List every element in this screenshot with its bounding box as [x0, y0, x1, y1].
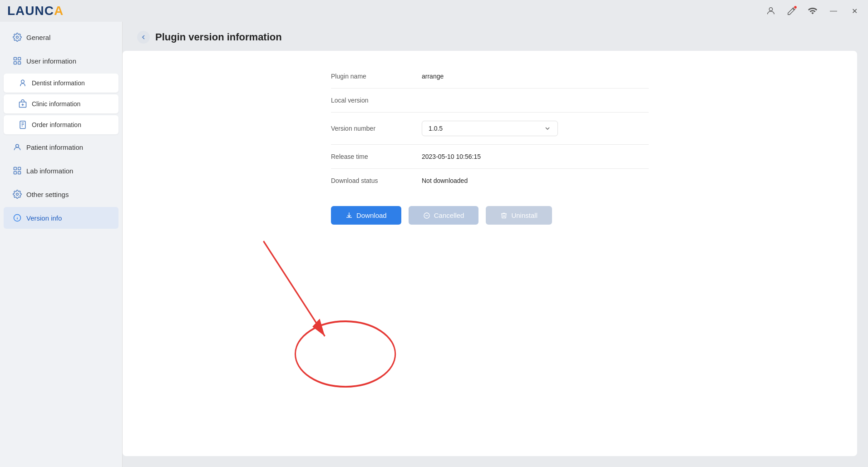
svg-rect-4 [14, 62, 17, 64]
svg-point-19 [16, 193, 19, 196]
version-number-row: Version number 1.0.5 [331, 113, 649, 145]
sidebar-item-user-information[interactable]: User information [4, 50, 118, 72]
sidebar-item-other-settings[interactable]: Other settings [4, 183, 118, 205]
panel-wrapper: Plugin name arrange Local version Versio… [123, 51, 868, 467]
svg-rect-10 [20, 121, 25, 129]
back-button[interactable] [137, 31, 150, 44]
uninstall-button[interactable]: Uninstall [486, 206, 552, 225]
edit-icon[interactable] [785, 5, 798, 17]
svg-point-6 [21, 80, 25, 83]
download-status-label: Download status [331, 177, 422, 184]
titlebar-controls: — ✕ [764, 5, 861, 17]
sidebar-item-order-information[interactable]: Order information [4, 115, 118, 134]
info-section: Plugin name arrange Local version Versio… [331, 64, 649, 192]
user-avatar-icon[interactable] [764, 5, 777, 17]
svg-point-0 [769, 8, 772, 11]
sidebar-item-order-label: Order information [32, 121, 81, 128]
svg-rect-17 [14, 172, 17, 174]
svg-point-14 [16, 144, 19, 147]
sidebar-item-clinic-label: Clinic information [32, 100, 80, 108]
release-time-label: Release time [331, 153, 422, 160]
content-panel: Plugin name arrange Local version Versio… [123, 51, 857, 456]
wifi-icon[interactable] [806, 5, 819, 17]
version-number-label: Version number [331, 125, 422, 132]
svg-rect-2 [14, 58, 17, 60]
chevron-down-icon [544, 125, 551, 132]
cancel-icon [423, 212, 430, 219]
sidebar-item-general[interactable]: General [4, 26, 118, 48]
sidebar-item-lab-information[interactable]: Lab information [4, 160, 118, 182]
app-body: General User information Dentist informa… [0, 22, 868, 467]
sidebar: General User information Dentist informa… [0, 22, 123, 467]
page-header: Plugin version information [123, 22, 868, 51]
svg-rect-5 [18, 62, 21, 64]
svg-point-1 [16, 36, 19, 39]
logo-char-a: A [54, 4, 64, 18]
sidebar-item-lab-label: Lab information [26, 167, 73, 175]
download-button[interactable]: Download [331, 206, 401, 225]
download-icon [345, 212, 353, 219]
notification-dot [794, 5, 797, 9]
svg-rect-15 [14, 167, 17, 170]
uninstall-button-label: Uninstall [511, 211, 538, 219]
sidebar-item-other-settings-label: Other settings [26, 191, 69, 198]
release-time-value: 2023-05-10 10:56:15 [422, 153, 649, 160]
sidebar-item-general-label: General [26, 34, 50, 41]
local-version-row: Local version [331, 88, 649, 113]
sidebar-item-version-info-label: Version info [26, 214, 62, 222]
local-version-label: Local version [331, 97, 422, 104]
logo-text-launc: LAUNC [7, 4, 54, 18]
sidebar-item-dentist-label: Dentist information [32, 79, 85, 87]
plugin-name-row: Plugin name arrange [331, 64, 649, 88]
sidebar-item-dentist-information[interactable]: Dentist information [4, 74, 118, 93]
trash-icon [500, 212, 508, 219]
plugin-name-value: arrange [422, 73, 649, 80]
cancelled-button[interactable]: Cancelled [409, 206, 479, 225]
plugin-name-label: Plugin name [331, 73, 422, 80]
close-button[interactable]: ✕ [848, 5, 861, 17]
download-status-row: Download status Not downloaded [331, 169, 649, 192]
svg-rect-18 [18, 172, 21, 174]
sidebar-item-version-info[interactable]: Version info [4, 207, 118, 229]
main-content: Plugin version information Plugin name a… [123, 22, 868, 467]
cancelled-button-label: Cancelled [434, 211, 464, 219]
sidebar-item-clinic-information[interactable]: Clinic information [4, 94, 118, 113]
sidebar-item-user-information-label: User information [26, 57, 76, 65]
titlebar: LAUNCA — ✕ [0, 0, 868, 22]
svg-rect-16 [18, 167, 21, 170]
action-bar: Download Cancelled [331, 206, 649, 225]
release-time-row: Release time 2023-05-10 10:56:15 [331, 145, 649, 169]
sidebar-item-patient-label: Patient information [26, 143, 83, 151]
app-logo: LAUNCA [7, 4, 64, 18]
download-status-value: Not downloaded [422, 177, 649, 184]
version-number-select[interactable]: 1.0.5 [422, 121, 558, 136]
page-title: Plugin version information [155, 31, 282, 43]
download-button-label: Download [356, 211, 387, 219]
sidebar-item-patient-information[interactable]: Patient information [4, 136, 118, 158]
svg-rect-3 [18, 58, 21, 60]
minimize-button[interactable]: — [827, 5, 840, 17]
version-number-value: 1.0.5 [429, 125, 443, 132]
